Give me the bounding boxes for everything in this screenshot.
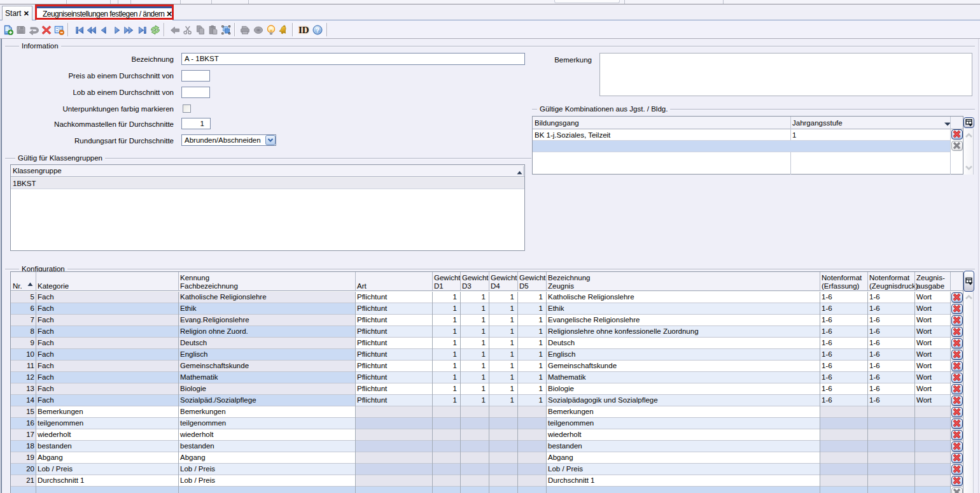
svg-text:?: ? bbox=[316, 26, 319, 34]
